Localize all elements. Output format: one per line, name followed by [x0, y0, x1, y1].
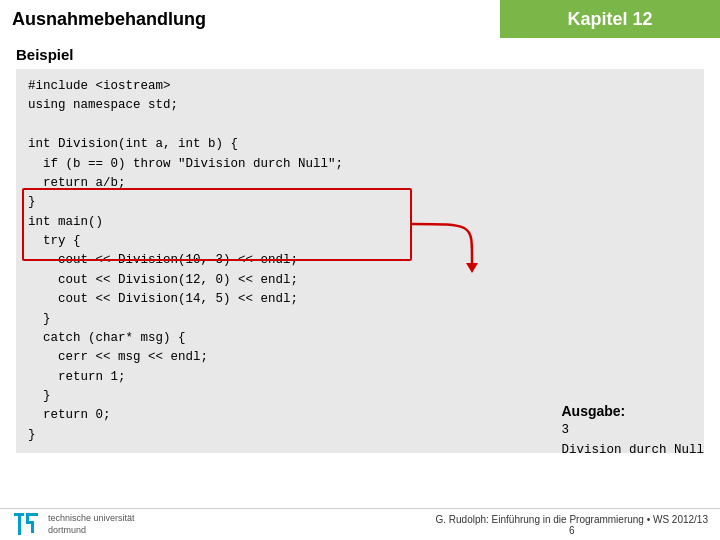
- chapter-badge: Kapitel 12: [500, 0, 720, 38]
- footer-citation: G. Rudolph: Einführung in die Programmie…: [435, 514, 708, 536]
- output-area: Ausgabe: 3 Division durch Null: [561, 403, 704, 460]
- header: Ausnahmebehandlung Kapitel 12: [0, 0, 720, 38]
- svg-rect-7: [31, 521, 34, 533]
- code-block: #include <iostream> using namespace std;…: [16, 69, 704, 453]
- output-value: 3 Division durch Null: [561, 421, 704, 460]
- svg-marker-0: [466, 263, 478, 273]
- catch-arrow: [412, 188, 492, 278]
- svg-rect-3: [18, 513, 21, 535]
- output-label: Ausgabe:: [561, 403, 704, 419]
- tu-logo: [12, 511, 40, 539]
- university-name: technische universität dortmund: [48, 513, 135, 536]
- section-label: Beispiel: [16, 46, 704, 63]
- footer: technische universität dortmund G. Rudol…: [0, 508, 720, 540]
- code-area: #include <iostream> using namespace std;…: [16, 69, 704, 453]
- slide-title: Ausnahmebehandlung: [0, 0, 500, 38]
- code-text: #include <iostream> using namespace std;…: [28, 77, 692, 445]
- main-content: Beispiel #include <iostream> using names…: [0, 38, 720, 459]
- footer-left: technische universität dortmund: [12, 511, 135, 539]
